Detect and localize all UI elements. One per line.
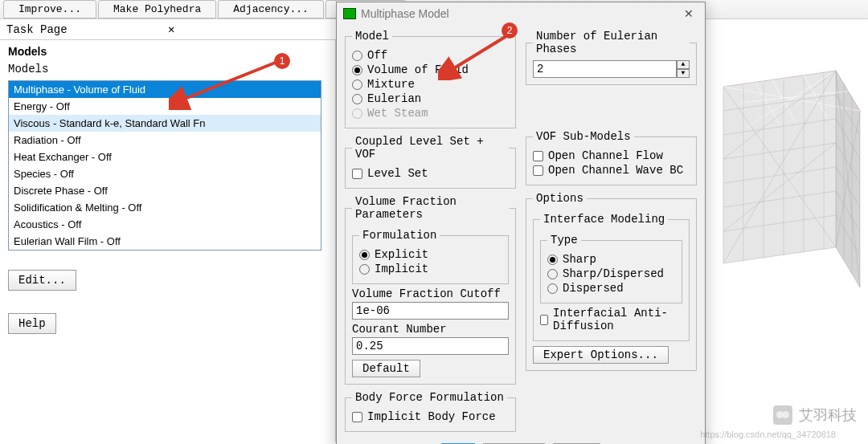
- radio-icon: [547, 283, 558, 294]
- checkbox-icon: [533, 151, 543, 161]
- body-force-legend: Body Force Formulation: [352, 391, 507, 404]
- expert-options-button[interactable]: Expert Options...: [533, 346, 669, 364]
- checkbox-label: Level Set: [367, 167, 428, 180]
- list-item[interactable]: Acoustics - Off: [9, 216, 321, 233]
- menu-improve[interactable]: Improve...: [3, 0, 96, 18]
- radio-icon: [547, 269, 558, 279]
- spin-down-icon[interactable]: ▼: [677, 69, 690, 78]
- watermark: 艾羽科技: [773, 405, 857, 425]
- radio-icon: [352, 94, 362, 104]
- radio-icon: [547, 255, 558, 265]
- checkbox-label: Interfacial Anti-Diffusion: [553, 307, 682, 332]
- checkbox-label: Implicit Body Force: [367, 410, 496, 423]
- radio-label: Wet Steam: [367, 107, 428, 120]
- vfp-legend: Volume Fraction Parameters: [352, 195, 509, 221]
- type-sharp-dispersed[interactable]: Sharp/Dispersed: [547, 267, 675, 280]
- mesh-preview: [699, 47, 868, 320]
- formulation-implicit[interactable]: Implicit: [359, 263, 502, 275]
- interface-type-group: Type Sharp Sharp/Dispersed: [540, 234, 682, 303]
- formulation-explicit[interactable]: Explicit: [359, 248, 502, 261]
- multiphase-dialog: Multiphase Model ✕ Model Off Volume of F…: [336, 2, 706, 444]
- list-item[interactable]: Radiation - Off: [9, 132, 321, 149]
- dialog-close-icon[interactable]: ✕: [679, 7, 698, 20]
- implicit-body-force-checkbox[interactable]: Implicit Body Force: [352, 410, 509, 423]
- dialog-title: Multiphase Model: [361, 7, 449, 20]
- task-page-bar: Task Page ✕: [0, 19, 336, 40]
- dialog-titlebar: Multiphase Model ✕: [337, 2, 705, 25]
- radio-label: Mixture: [367, 78, 415, 91]
- task-page-close-icon[interactable]: ✕: [168, 22, 330, 36]
- num-phases-input[interactable]: [533, 60, 677, 78]
- radio-icon: [352, 79, 362, 90]
- list-item[interactable]: Eulerian Wall Film - Off: [9, 233, 321, 250]
- list-item[interactable]: Viscous - Standard k-e, Standard Wall Fn: [9, 115, 321, 132]
- checkbox-icon: [540, 315, 548, 325]
- checkbox-label: Open Channel Wave BC: [548, 164, 683, 177]
- task-page-label: Task Page: [6, 23, 168, 36]
- checkbox-icon: [533, 165, 543, 176]
- radio-label: Off: [367, 49, 387, 62]
- formulation-legend: Formulation: [359, 229, 440, 242]
- num-phases-group: Number of Eulerian Phases ▲ ▼: [526, 30, 697, 85]
- interface-modeling-group: Interface Modeling Type Sharp Sharp/Disp…: [533, 213, 690, 341]
- list-item[interactable]: Solidification & Melting - Off: [9, 199, 321, 216]
- vof-sub-legend: VOF Sub-Models: [533, 130, 634, 143]
- checkbox-label: Open Channel Flow: [548, 149, 663, 162]
- menu-adjacency[interactable]: Adjacency...: [218, 0, 324, 18]
- formulation-group: Formulation Explicit Implicit: [352, 229, 509, 284]
- svg-line-0: [181, 60, 281, 100]
- model-wet-steam: Wet Steam: [352, 107, 509, 120]
- interfacial-anti-diffusion-checkbox[interactable]: Interfacial Anti-Diffusion: [540, 307, 682, 332]
- radio-label: Explicit: [375, 248, 428, 261]
- annotation-badge-2: 2: [502, 22, 518, 39]
- vof-sub-models-group: VOF Sub-Models Open Channel Flow Open Ch…: [526, 130, 697, 185]
- model-eulerian[interactable]: Eulerian: [352, 92, 509, 105]
- radio-icon: [352, 108, 362, 119]
- interface-type-legend: Type: [547, 234, 581, 246]
- spin-up-icon[interactable]: ▲: [677, 60, 690, 69]
- level-set-checkbox[interactable]: Level Set: [352, 167, 509, 180]
- cutoff-input[interactable]: [352, 302, 509, 320]
- radio-icon: [359, 250, 370, 260]
- type-sharp[interactable]: Sharp: [547, 253, 675, 266]
- num-phases-spinner[interactable]: ▲ ▼: [533, 60, 690, 78]
- model-legend: Model: [352, 30, 392, 43]
- dialog-app-icon: [343, 8, 356, 19]
- type-dispersed[interactable]: Dispersed: [547, 282, 675, 295]
- courant-label: Courant Number: [352, 323, 509, 336]
- radio-icon: [352, 65, 362, 75]
- edit-button[interactable]: Edit...: [8, 270, 76, 291]
- list-item[interactable]: Discrete Phase - Off: [9, 182, 321, 199]
- radio-icon: [352, 51, 362, 61]
- default-button[interactable]: Default: [352, 360, 420, 377]
- radio-icon: [359, 264, 370, 275]
- coupled-level-set-group: Coupled Level Set + VOF Level Set: [345, 135, 516, 189]
- radio-label: Eulerian: [367, 92, 421, 105]
- options-legend: Options: [533, 192, 587, 205]
- radio-label: Implicit: [375, 263, 428, 275]
- annotation-arrow-2-icon: [438, 32, 518, 80]
- options-group: Options Interface Modeling Type Sharp: [526, 192, 697, 371]
- open-channel-wave-bc-checkbox[interactable]: Open Channel Wave BC: [533, 164, 690, 177]
- checkbox-icon: [352, 169, 362, 179]
- interface-modeling-legend: Interface Modeling: [540, 213, 668, 226]
- annotation-arrow-1-icon: [169, 56, 289, 112]
- radio-label: Sharp/Dispersed: [563, 267, 664, 280]
- list-item[interactable]: Species - Off: [9, 165, 321, 182]
- radio-label: Sharp: [563, 253, 596, 266]
- help-button[interactable]: Help: [8, 313, 56, 334]
- menu-make-polyhedra[interactable]: Make Polyhedra: [98, 0, 216, 18]
- courant-input[interactable]: [352, 337, 509, 355]
- list-item[interactable]: Heat Exchanger - Off: [9, 149, 321, 165]
- num-phases-legend: Number of Eulerian Phases: [533, 30, 690, 55]
- body-force-group: Body Force Formulation Implicit Body For…: [345, 391, 516, 432]
- open-channel-flow-checkbox[interactable]: Open Channel Flow: [533, 149, 690, 162]
- watermark-text: 艾羽科技: [799, 405, 857, 425]
- svg-line-1: [450, 36, 506, 71]
- source-url-watermark: https://blog.csdn.net/qq_34720818: [700, 430, 836, 439]
- coupled-legend: Coupled Level Set + VOF: [352, 135, 509, 161]
- radio-label: Dispersed: [563, 282, 624, 295]
- watermark-icon: [773, 405, 792, 425]
- checkbox-icon: [352, 412, 362, 422]
- cutoff-label: Volume Fraction Cutoff: [352, 287, 509, 300]
